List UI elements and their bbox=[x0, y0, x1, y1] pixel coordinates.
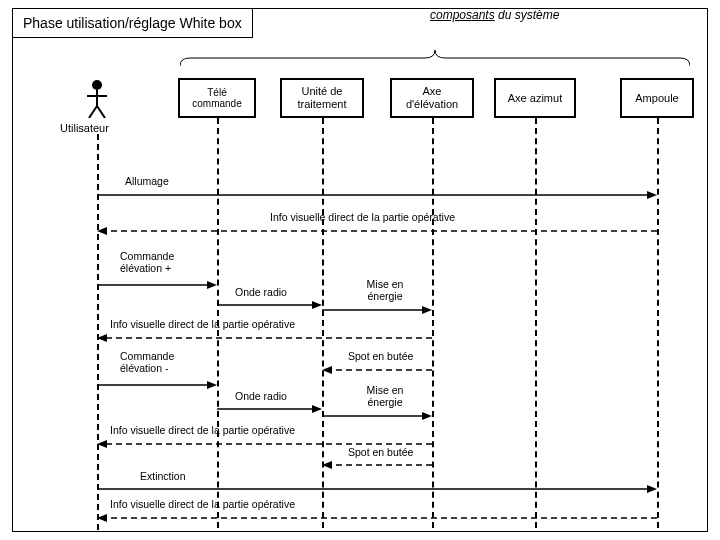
svg-marker-22 bbox=[312, 405, 322, 413]
msg-mise-1: Mise en énergie bbox=[350, 278, 420, 302]
participant-unite: Unité de traitement bbox=[280, 78, 364, 118]
lifeline-axe-azimut bbox=[535, 118, 537, 528]
msg-spot-2: Spot en butée bbox=[348, 446, 413, 458]
svg-marker-6 bbox=[647, 191, 657, 199]
lifeline-axe-elevation bbox=[432, 118, 434, 528]
msg-allumage: Allumage bbox=[125, 175, 169, 187]
participant-axe-azimut: Axe azimut bbox=[494, 78, 576, 118]
svg-point-0 bbox=[92, 80, 102, 90]
msg-cmd-minus: Commande élévation - bbox=[120, 350, 210, 374]
svg-marker-24 bbox=[422, 412, 432, 420]
svg-marker-8 bbox=[97, 227, 107, 235]
diagram-title: Phase utilisation/réglage White box bbox=[12, 8, 253, 38]
participant-axe-elevation: Axe d'élévation bbox=[390, 78, 474, 118]
msg-cmd-plus: Commande élévation + bbox=[120, 250, 210, 274]
svg-marker-32 bbox=[97, 514, 107, 522]
msg-onde-1: Onde radio bbox=[235, 286, 287, 298]
msg-info-4: Info visuelle direct de la partie opérat… bbox=[110, 498, 295, 510]
arrow-spot-2 bbox=[322, 460, 432, 470]
arrow-cmd-minus bbox=[97, 380, 217, 390]
arrow-mise-1 bbox=[322, 305, 432, 315]
svg-marker-26 bbox=[97, 440, 107, 448]
msg-info-3: Info visuelle direct de la partie opérat… bbox=[110, 424, 295, 436]
svg-marker-14 bbox=[422, 306, 432, 314]
group-label-word1: composants bbox=[430, 8, 495, 22]
arrow-mise-2 bbox=[322, 411, 432, 421]
svg-marker-20 bbox=[322, 366, 332, 374]
arrow-info-4 bbox=[97, 513, 657, 523]
svg-line-3 bbox=[89, 106, 97, 118]
msg-spot-1: Spot en butée bbox=[348, 350, 413, 362]
msg-info-1: Info visuelle direct de la partie opérat… bbox=[270, 211, 455, 223]
msg-info-2: Info visuelle direct de la partie opérat… bbox=[110, 318, 295, 330]
svg-marker-28 bbox=[322, 461, 332, 469]
svg-line-4 bbox=[97, 106, 105, 118]
arrow-info-1 bbox=[97, 226, 657, 236]
svg-marker-12 bbox=[312, 301, 322, 309]
msg-extinction: Extinction bbox=[140, 470, 186, 482]
arrow-onde-1 bbox=[217, 300, 322, 310]
arrow-allumage bbox=[97, 190, 657, 200]
group-label: composants du système bbox=[430, 8, 559, 22]
arrow-cmd-plus bbox=[97, 280, 217, 290]
svg-marker-10 bbox=[207, 281, 217, 289]
svg-marker-30 bbox=[647, 485, 657, 493]
lifeline-ampoule bbox=[657, 118, 659, 528]
msg-onde-2: Onde radio bbox=[235, 390, 287, 402]
arrow-extinction bbox=[97, 484, 657, 494]
arrow-spot-1 bbox=[322, 365, 432, 375]
actor-icon bbox=[82, 78, 112, 118]
curly-bracket-icon bbox=[180, 48, 690, 66]
svg-marker-18 bbox=[207, 381, 217, 389]
actor-label: Utilisateur bbox=[60, 122, 109, 134]
arrow-info-2 bbox=[97, 333, 432, 343]
participant-ampoule: Ampoule bbox=[620, 78, 694, 118]
msg-mise-2: Mise en énergie bbox=[350, 384, 420, 408]
svg-marker-16 bbox=[97, 334, 107, 342]
group-label-rest: du système bbox=[495, 8, 560, 22]
arrow-onde-2 bbox=[217, 404, 322, 414]
participant-telecommande: Télé commande bbox=[178, 78, 256, 118]
